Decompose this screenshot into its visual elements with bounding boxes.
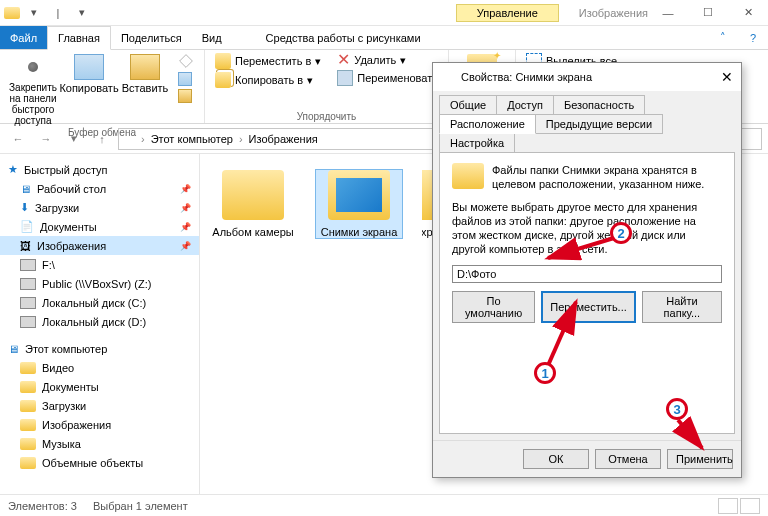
svg-line-1 bbox=[548, 238, 614, 258]
annotation-arrows bbox=[0, 0, 768, 516]
svg-line-2 bbox=[678, 420, 702, 448]
svg-line-0 bbox=[546, 302, 576, 370]
tab-location[interactable]: Расположение bbox=[439, 114, 536, 134]
